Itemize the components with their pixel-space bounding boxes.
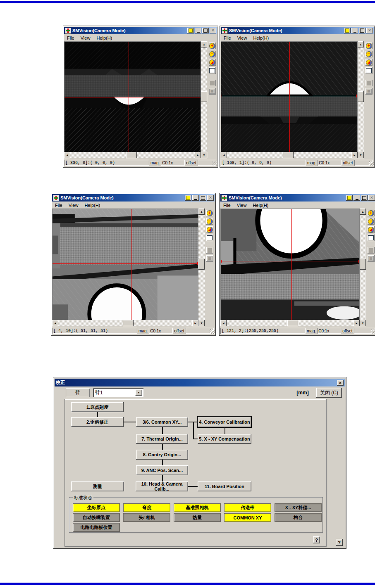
camera-image-2[interactable] [221, 41, 358, 152]
vscroll-thumb[interactable] [201, 91, 207, 102]
vertical-scrollbar[interactable]: ▲ ▼ [201, 41, 207, 158]
zoom-out-button[interactable]: − [209, 51, 216, 57]
flow-button-head-camera-calib[interactable]: 10. Head & Camera Calib... [136, 481, 188, 491]
region-select-button[interactable] [368, 235, 375, 241]
chevron-down-icon[interactable]: ▼ [135, 389, 142, 396]
menu-view[interactable]: View [237, 203, 247, 208]
hscroll-thumb[interactable] [123, 320, 134, 326]
horizontal-scrollbar[interactable]: ◄ ► [64, 152, 201, 158]
horizontal-scrollbar[interactable]: ◄ ► [220, 320, 360, 326]
close-button[interactable]: × [366, 28, 373, 33]
resize-grip[interactable] [210, 329, 215, 334]
menu-file[interactable]: File [223, 203, 231, 208]
scroll-right-icon[interactable]: ► [192, 320, 198, 326]
snapshot-button[interactable]: ▦ [368, 255, 375, 262]
resize-grip[interactable] [369, 161, 374, 166]
scroll-left-icon[interactable]: ◄ [52, 320, 58, 326]
pin-button[interactable] [344, 28, 351, 33]
dialog-close-button[interactable]: × [337, 380, 344, 386]
zoom-in-button[interactable]: + [365, 43, 373, 49]
snapshot-button[interactable]: ▦ [365, 88, 373, 95]
scroll-up-icon[interactable]: ▲ [360, 209, 366, 215]
horizontal-scrollbar[interactable]: ◄ ► [52, 320, 198, 326]
flow-button-origin-scale[interactable]: 1.原点刻度 [71, 402, 124, 412]
camera-image-1[interactable] [64, 41, 201, 152]
pin-button[interactable] [185, 195, 191, 201]
dialog-title-bar[interactable]: 校正 × [55, 379, 345, 386]
menu-help[interactable]: Help(H) [84, 203, 100, 208]
scroll-up-icon[interactable]: ▲ [358, 41, 364, 47]
menu-help[interactable]: Help(H) [96, 36, 112, 40]
minimize-button[interactable] [195, 28, 201, 33]
hscroll-thumb[interactable] [287, 320, 298, 326]
pin-button[interactable] [346, 195, 353, 201]
zoom-out-button[interactable]: − [368, 218, 375, 225]
minimize-button[interactable] [192, 195, 199, 201]
scroll-left-icon[interactable]: ◄ [64, 152, 70, 158]
maximize-button[interactable] [200, 195, 206, 201]
close-button[interactable]: × [368, 195, 375, 201]
vscroll-thumb[interactable] [358, 91, 364, 102]
camera-image-4[interactable] [220, 209, 360, 320]
title-bar[interactable]: SMVision(Camera Mode) × [220, 194, 375, 202]
menu-help[interactable]: Help(H) [253, 36, 269, 40]
pin-button[interactable] [187, 28, 194, 33]
vscroll-thumb[interactable] [198, 259, 205, 270]
flow-button-anc-pos-scan[interactable]: 9. ANC Pos. Scan... [136, 465, 188, 475]
scroll-down-icon[interactable]: ▼ [201, 152, 207, 158]
scroll-left-icon[interactable]: ◄ [220, 320, 227, 326]
zoom-out-button[interactable]: − [365, 51, 373, 57]
snapshot-button[interactable]: ▦ [209, 88, 216, 95]
flow-button-skew-correction[interactable]: 2.歪斜修正 [71, 417, 124, 427]
close-button[interactable]: × [207, 195, 214, 201]
vertical-scrollbar[interactable]: ▲ ▼ [358, 41, 364, 158]
vertical-scrollbar[interactable]: ▲ ▼ [198, 209, 205, 326]
maximize-button[interactable] [202, 28, 209, 33]
scroll-left-icon[interactable]: ◄ [221, 152, 227, 158]
scroll-down-icon[interactable]: ▼ [360, 320, 366, 326]
flow-button-common-xy[interactable]: 3/6. Common XY... [136, 417, 188, 427]
hscroll-thumb[interactable] [126, 152, 137, 158]
zoom-fit-button[interactable]: ◢ [368, 226, 375, 233]
vertical-scrollbar[interactable]: ▲ ▼ [360, 209, 366, 326]
vscroll-thumb[interactable] [360, 259, 366, 270]
resize-grip[interactable] [212, 161, 217, 166]
zoom-in-button[interactable]: + [209, 43, 216, 49]
flow-button-gantry-origin[interactable]: 8. Gantry Origin... [136, 450, 188, 460]
menu-help[interactable]: Help(H) [253, 203, 268, 208]
zoom-fit-button[interactable]: ◢ [206, 226, 213, 233]
zoom-in-button[interactable]: + [368, 210, 375, 216]
title-bar[interactable]: SMVision(Camera Mode) × [52, 194, 215, 202]
scroll-right-icon[interactable]: ► [195, 152, 201, 158]
region-select-button[interactable] [365, 67, 373, 74]
menu-file[interactable]: File [55, 203, 62, 208]
title-bar[interactable]: SMVision(Camera Mode) × [221, 27, 374, 34]
menu-view[interactable]: View [237, 36, 247, 40]
zoom-fit-button[interactable]: ◢ [365, 59, 373, 66]
maximize-button[interactable] [359, 28, 365, 33]
menu-view[interactable]: View [81, 36, 91, 40]
resize-grip[interactable] [371, 329, 375, 334]
scroll-down-icon[interactable]: ▼ [358, 152, 364, 158]
minimize-button[interactable] [354, 195, 360, 201]
flow-button-board-position[interactable]: 11. Board Position [198, 481, 251, 491]
scroll-down-icon[interactable]: ▼ [198, 320, 205, 326]
full-image-button[interactable] [206, 247, 213, 254]
panel-help-button[interactable]: ? [313, 536, 320, 543]
full-image-button[interactable] [365, 80, 373, 86]
zoom-fit-button[interactable]: ◢ [209, 59, 216, 66]
title-bar[interactable]: SMVision(Camera Mode) × [64, 27, 217, 34]
close-dialog-button[interactable]: 关闭 (C) [316, 388, 342, 398]
region-select-button[interactable] [209, 67, 216, 74]
full-image-button[interactable] [209, 80, 216, 86]
scroll-right-icon[interactable]: ► [354, 320, 360, 326]
maximize-button[interactable] [361, 195, 368, 201]
hscroll-thumb[interactable] [283, 152, 294, 158]
flow-button-conveyor-calibration[interactable]: 4. Conveyor Calibration [198, 417, 251, 427]
zoom-in-button[interactable]: + [206, 210, 213, 216]
scroll-up-icon[interactable]: ▲ [201, 41, 207, 47]
flow-button-measure[interactable]: 测量 [71, 481, 124, 491]
zoom-out-button[interactable]: − [206, 218, 213, 225]
flow-button-thermal-origin[interactable]: 7. Thermal Origin... [136, 434, 188, 444]
menu-file[interactable]: File [67, 36, 74, 40]
